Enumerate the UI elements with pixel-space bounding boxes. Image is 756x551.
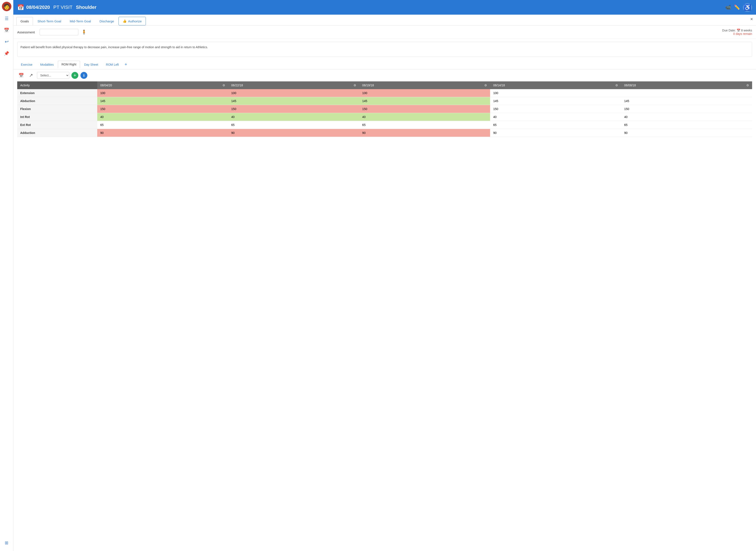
sidebar: 🧑 ☰ 📅 ↩ 📌 ⊞ (0, 0, 13, 551)
avatar[interactable]: 🧑 (2, 2, 11, 11)
toolbar-row: 📅 ↗ Select... + ℹ (13, 69, 756, 81)
tab-discharge[interactable]: Discharge (96, 17, 118, 25)
sidebar-menu-icon[interactable]: ☰ (3, 15, 11, 22)
tab-authorize[interactable]: 👍 Authorize (119, 17, 146, 25)
cell-r5-c4[interactable]: 90 (621, 129, 752, 137)
tab-mid-term-goal[interactable]: Mid-Term Goal (66, 17, 95, 25)
cell-r4-c4[interactable]: 65 (621, 121, 752, 129)
cell-r1-c4[interactable]: 145 (621, 97, 752, 105)
cell-r0-c0[interactable]: 100 (97, 89, 228, 97)
add-activity-button[interactable]: + (71, 72, 78, 79)
cell-r3-c1[interactable]: 40 (228, 113, 359, 121)
header-left: 📅 08/04/2020 PT VISIT Shoulder (17, 4, 96, 11)
activity-cell: Adduction (17, 129, 97, 137)
sidebar-pin-icon[interactable]: 📌 (3, 49, 11, 57)
tabs-row: Goals Short-Term Goal Mid-Term Goal Disc… (13, 15, 756, 26)
sub-tab-exercise[interactable]: Exercise (17, 61, 36, 68)
cell-r2-c0[interactable]: 150 (97, 105, 228, 113)
due-date-line: Due Date: 📅 8 weeks (722, 29, 752, 32)
cell-r2-c2[interactable]: 150 (359, 105, 490, 113)
gear-icon-col3[interactable]: ⚙ (484, 83, 487, 87)
cell-r0-c4[interactable] (621, 89, 752, 97)
due-date-section: Due Date: 📅 8 weeks 0 days remain (722, 29, 752, 36)
thumbs-up-icon: 👍 (123, 19, 127, 23)
activity-select[interactable]: Select... (37, 72, 69, 79)
cell-r4-c2[interactable]: 65 (359, 121, 490, 129)
gear-icon-col2[interactable]: ⚙ (353, 83, 356, 87)
gear-icon-col4[interactable]: ⚙ (615, 83, 618, 87)
sub-tab-rom-left[interactable]: ROM Left (102, 61, 122, 68)
days-remain: 0 days remain (722, 32, 752, 36)
header-right: 📹 ✏️ ♿ (725, 3, 752, 12)
cell-r5-c0[interactable]: 90 (97, 129, 228, 137)
toolbar-calendar-icon: 📅 (19, 73, 24, 78)
cell-r3-c2[interactable]: 40 (359, 113, 490, 121)
tab-short-term-goal[interactable]: Short-Term Goal (33, 17, 65, 25)
table-row: Ext Rot6565656565 (17, 121, 752, 129)
activity-cell: Extension (17, 89, 97, 97)
sidebar-history-icon[interactable]: ↩ (3, 38, 11, 46)
cell-r4-c1[interactable]: 65 (228, 121, 359, 129)
cell-r3-c4[interactable]: 40 (621, 113, 752, 121)
cell-r5-c1[interactable]: 90 (228, 129, 359, 137)
sub-tab-day-sheet[interactable]: Day Sheet (80, 61, 102, 68)
close-button[interactable]: × (750, 17, 753, 22)
tab-goals[interactable]: Goals (16, 17, 33, 25)
edit-icon[interactable]: ✏️ (734, 5, 740, 10)
sub-tab-rom-right[interactable]: ROM Right (58, 61, 80, 68)
cell-r2-c3[interactable]: 150 (490, 105, 621, 113)
cell-r5-c3[interactable]: 90 (490, 129, 621, 137)
calendar-small-icon: 📅 (737, 29, 741, 32)
cell-r3-c3[interactable]: 40 (490, 113, 621, 121)
header-pt-label: PT VISIT (53, 5, 73, 10)
info-button[interactable]: ℹ (80, 72, 87, 79)
cell-r2-c4[interactable]: 150 (621, 105, 752, 113)
cell-r5-c2[interactable]: 90 (359, 129, 490, 137)
cell-r0-c1[interactable]: 100 (228, 89, 359, 97)
sidebar-calendar-icon[interactable]: 📅 (3, 26, 11, 34)
toolbar-calendar-button[interactable]: 📅 (17, 71, 25, 79)
table-row: Int Rot4040404040 (17, 113, 752, 121)
plus-icon: + (74, 73, 76, 78)
activity-cell: Ext Rot (17, 121, 97, 129)
main-content: 📅 08/04/2020 PT VISIT Shoulder 📹 ✏️ ♿ Go… (13, 0, 756, 551)
cell-r1-c2[interactable]: 145 (359, 97, 490, 105)
gear-icon-col5[interactable]: ⚙ (746, 83, 749, 87)
gear-icon-col1[interactable]: ⚙ (222, 83, 225, 87)
col-header-date-5: 06/08/18 ⚙ (621, 81, 752, 89)
table-container: Activity 08/04/20 ⚙ 06/22/18 ⚙ (13, 81, 756, 141)
table-row: Abduction145145145145145 (17, 97, 752, 105)
cell-r0-c3[interactable]: 100 (490, 89, 621, 97)
assessment-label: Assessment (17, 30, 37, 34)
activity-cell: Flexion (17, 105, 97, 113)
col-header-date-3: 06/19/18 ⚙ (359, 81, 490, 89)
header-date: 08/04/2020 (26, 5, 50, 10)
toolbar-share-button[interactable]: ↗ (27, 71, 35, 79)
cell-r3-c0[interactable]: 40 (97, 113, 228, 121)
accessibility-icon[interactable]: ♿ (743, 3, 752, 12)
info-icon: ℹ (83, 73, 85, 77)
cell-r1-c1[interactable]: 145 (228, 97, 359, 105)
header-bar: 📅 08/04/2020 PT VISIT Shoulder 📹 ✏️ ♿ (13, 0, 756, 15)
cell-r1-c0[interactable]: 145 (97, 97, 228, 105)
cell-r4-c0[interactable]: 65 (97, 121, 228, 129)
person-icon: 🧍 (81, 29, 87, 35)
col-header-activity: Activity (17, 81, 97, 89)
assessment-select[interactable] (40, 29, 78, 35)
description-box: Patient will benefit from skilled physic… (17, 42, 752, 57)
header-title: Shoulder (76, 5, 96, 10)
rom-table: Activity 08/04/20 ⚙ 06/22/18 ⚙ (17, 81, 752, 137)
content-area: Goals Short-Term Goal Mid-Term Goal Disc… (13, 15, 756, 551)
add-sub-tab-button[interactable]: + (123, 61, 129, 68)
video-icon[interactable]: 📹 (725, 5, 731, 10)
col-header-date-1: 08/04/20 ⚙ (97, 81, 228, 89)
cell-r1-c3[interactable]: 145 (490, 97, 621, 105)
sidebar-grid-icon[interactable]: ⊞ (3, 539, 11, 547)
table-row: Flexion150150150150150 (17, 105, 752, 113)
cell-r4-c3[interactable]: 65 (490, 121, 621, 129)
cell-r0-c2[interactable]: 100 (359, 89, 490, 97)
sub-tab-modalities[interactable]: Modalities (37, 61, 57, 68)
activity-cell: Int Rot (17, 113, 97, 121)
cell-r2-c1[interactable]: 150 (228, 105, 359, 113)
table-row: Adduction9090909090 (17, 129, 752, 137)
